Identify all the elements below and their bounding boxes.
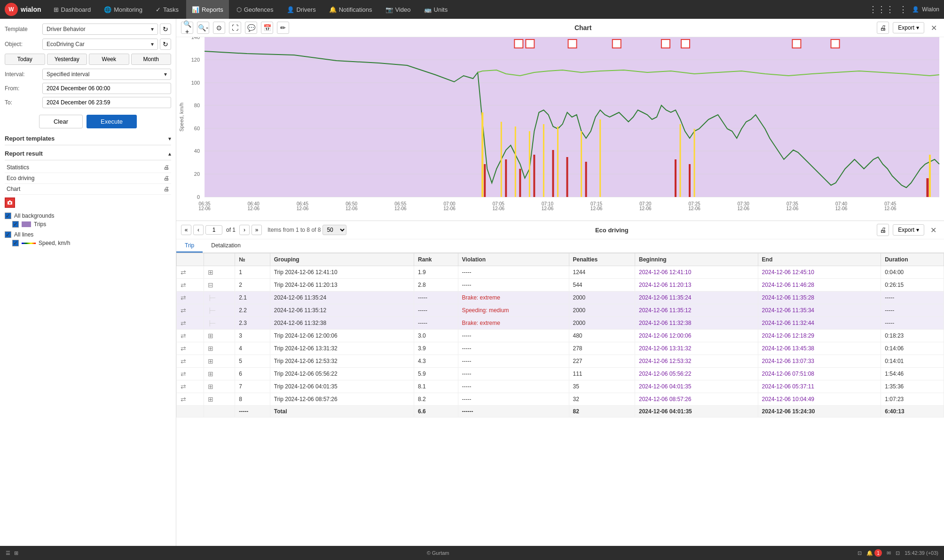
cell-beginning[interactable]: 2024-12-06 11:35:24	[635, 292, 758, 304]
nav-monitoring[interactable]: 🌐 Monitoring	[98, 0, 148, 19]
grid-icon[interactable]: ⋮⋮⋮	[869, 4, 894, 15]
clear-button[interactable]: Clear	[39, 115, 83, 128]
zoom-in-button[interactable]: 🔍+	[181, 22, 193, 34]
add-icon[interactable]: ⊞	[208, 383, 213, 390]
cell-beginning[interactable]: 2024-12-06 11:20:13	[635, 279, 758, 292]
from-input[interactable]	[42, 83, 171, 94]
nav-geofences[interactable]: ⬡ Geofences	[231, 0, 279, 19]
report-item-statistics[interactable]: Statistics 🖨	[5, 162, 171, 173]
object-refresh-button[interactable]: ↻	[160, 39, 171, 50]
cell-end[interactable]: 2024-12-06 07:51:08	[758, 368, 881, 380]
chart-export-button[interactable]: Export ▾	[893, 22, 924, 33]
alert-icon[interactable]	[5, 197, 15, 208]
add-icon[interactable]: ⊞	[208, 268, 213, 276]
tab-trip[interactable]: Trip	[176, 239, 203, 252]
app-logo[interactable]: W wialon	[5, 3, 41, 16]
table-print-button[interactable]: 🖨	[877, 224, 889, 236]
refresh-icon[interactable]: ⇄	[181, 294, 186, 301]
cell-end[interactable]: 2024-12-06 11:35:34	[758, 304, 881, 317]
cell-end[interactable]: 2024-12-06 10:04:49	[758, 393, 881, 406]
add-icon[interactable]: ⊞	[208, 332, 213, 339]
report-templates-header[interactable]: Report templates ▾	[5, 132, 171, 145]
template-dropdown[interactable]: Driver Behavior ▾	[42, 24, 158, 35]
cell-beginning[interactable]: 2024-12-06 13:31:32	[635, 342, 758, 355]
trips-checkbox[interactable]: ✓	[12, 221, 19, 228]
interval-dropdown[interactable]: Specified interval ▾	[42, 69, 171, 80]
per-page-select[interactable]: 50 100 200	[323, 225, 346, 235]
comment-button[interactable]: 💬	[245, 22, 257, 34]
cell-end[interactable]: 2024-12-06 05:37:11	[758, 380, 881, 393]
cell-beginning[interactable]: 2024-12-06 05:56:22	[635, 368, 758, 380]
add-icon[interactable]: ⊞	[208, 345, 213, 352]
speed-checkbox[interactable]: ✓	[12, 240, 19, 246]
refresh-icon[interactable]: ⇄	[181, 345, 186, 352]
prev-page-button[interactable]: ‹	[193, 225, 204, 235]
page-input[interactable]	[205, 225, 222, 235]
refresh-icon[interactable]: ⇄	[181, 395, 186, 403]
refresh-icon[interactable]: ⇄	[181, 281, 186, 289]
cell-end[interactable]: 2024-12-06 11:46:28	[758, 279, 881, 292]
report-item-chart[interactable]: Chart 🖨	[5, 184, 171, 195]
notification-badge[interactable]: 🔔 1	[866, 549, 882, 557]
pencil-button[interactable]: ✏	[277, 22, 289, 34]
nav-units[interactable]: 🚌 Units	[418, 0, 454, 19]
cell-beginning[interactable]: 2024-12-06 12:53:32	[635, 355, 758, 368]
add-icon[interactable]: ⊞	[208, 370, 213, 378]
refresh-icon[interactable]: ⇄	[181, 319, 186, 327]
first-page-button[interactable]: «	[181, 225, 191, 235]
last-page-button[interactable]: »	[252, 225, 262, 235]
minus-icon[interactable]: ⊟	[208, 281, 213, 289]
add-icon[interactable]: ⊞	[208, 395, 213, 403]
zoom-reset-button[interactable]: ⊙	[213, 22, 225, 34]
refresh-icon[interactable]: ⇄	[181, 370, 186, 378]
table-close-button[interactable]: ✕	[928, 224, 939, 236]
zoom-out-button[interactable]: 🔍-	[197, 22, 209, 34]
cell-end[interactable]: 2024-12-06 13:07:33	[758, 355, 881, 368]
cell-end[interactable]: 2024-12-06 11:35:28	[758, 292, 881, 304]
more-icon[interactable]: ⋮	[899, 4, 907, 15]
nav-notifications[interactable]: 🔔 Notifications	[323, 0, 378, 19]
fullscreen-button[interactable]: ⛶	[229, 22, 241, 34]
refresh-icon[interactable]: ⇄	[181, 383, 186, 390]
period-month[interactable]: Month	[131, 54, 172, 65]
cell-beginning[interactable]: 2024-12-06 12:41:10	[635, 266, 758, 279]
all-backgrounds-checkbox[interactable]: ✓	[5, 213, 11, 219]
refresh-icon[interactable]: ⇄	[181, 332, 186, 339]
all-lines-checkbox[interactable]: ✓	[5, 231, 11, 238]
period-today[interactable]: Today	[5, 54, 45, 65]
to-input[interactable]	[42, 97, 171, 108]
cell-beginning[interactable]: 2024-12-06 04:01:35	[635, 380, 758, 393]
cell-beginning[interactable]: 2024-12-06 08:57:26	[635, 393, 758, 406]
chart-print-button[interactable]: 🖨	[877, 22, 889, 34]
cell-beginning[interactable]: 2024-12-06 12:00:06	[635, 330, 758, 342]
mail-icon[interactable]: ✉	[887, 550, 891, 556]
refresh-icon[interactable]: ⇄	[181, 307, 186, 314]
tab-detalization[interactable]: Detalization	[203, 239, 249, 252]
cell-end[interactable]: 2024-12-06 12:18:29	[758, 330, 881, 342]
refresh-icon[interactable]: ⇄	[181, 268, 186, 276]
table-export-button[interactable]: Export ▾	[893, 224, 924, 236]
user-menu[interactable]: 👤 Wialon	[912, 6, 939, 13]
object-dropdown[interactable]: EcoDriving Car ▾	[42, 39, 158, 50]
next-page-button[interactable]: ›	[239, 225, 250, 235]
nav-drivers[interactable]: 👤 Drivers	[281, 0, 322, 19]
chart-close-button[interactable]: ✕	[928, 22, 939, 33]
report-result-header[interactable]: Report result ▴	[5, 147, 171, 160]
calendar-button[interactable]: 📅	[261, 22, 273, 34]
nav-video[interactable]: 📷 Video	[380, 0, 417, 19]
add-icon[interactable]: ⊞	[208, 357, 213, 365]
nav-reports[interactable]: 📊 Reports	[186, 0, 229, 19]
nav-tasks[interactable]: ✓ Tasks	[150, 0, 184, 19]
cell-end[interactable]: 2024-12-06 12:45:10	[758, 266, 881, 279]
nav-dashboard[interactable]: ⊞ Dashboard	[48, 0, 97, 19]
cell-beginning[interactable]: 2024-12-06 11:32:38	[635, 317, 758, 330]
execute-button[interactable]: Execute	[87, 115, 137, 128]
period-yesterday[interactable]: Yesterday	[47, 54, 87, 65]
report-item-eco-driving[interactable]: Eco driving 🖨	[5, 173, 171, 184]
cell-beginning[interactable]: 2024-12-06 11:35:12	[635, 304, 758, 317]
cell-end[interactable]: 2024-12-06 11:32:44	[758, 317, 881, 330]
cell-end[interactable]: 2024-12-06 13:45:38	[758, 342, 881, 355]
view-grid-icon[interactable]: ⊞	[14, 550, 18, 556]
view-list-icon[interactable]: ☰	[6, 550, 10, 556]
refresh-icon[interactable]: ⇄	[181, 357, 186, 365]
